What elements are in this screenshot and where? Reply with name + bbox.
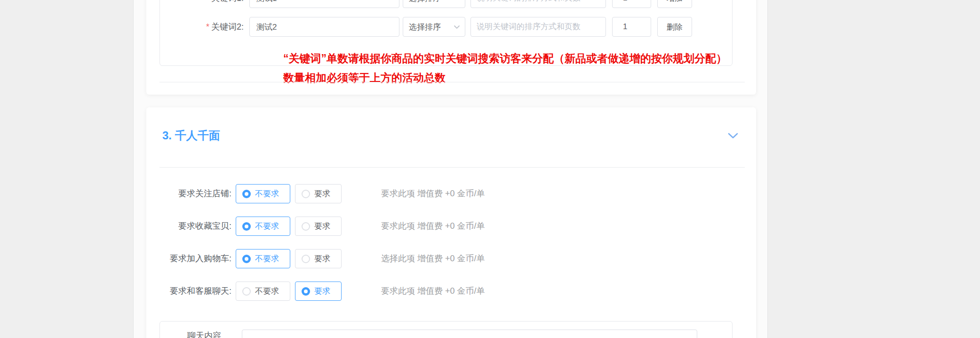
- radio-not-required[interactable]: 不要求: [236, 217, 290, 236]
- radio-label: 要求: [314, 188, 330, 199]
- radio-selected-icon: [302, 287, 310, 296]
- surcharge-note: 要求此项 增值费 +0 金币/单: [381, 217, 485, 236]
- keyword-1-label: *关键词1:: [190, 0, 244, 8]
- sort-select-value: 选择排序: [409, 0, 441, 4]
- follow-shop-row: 要求关注店铺: 不要求 要求 要求此项 增值费 +0 金币/单: [0, 184, 980, 203]
- radio-not-required[interactable]: 不要求: [236, 249, 290, 268]
- radio-required[interactable]: 要求: [295, 249, 342, 268]
- radio-selected-icon: [242, 190, 251, 198]
- keyword-2-sort-desc-input[interactable]: [470, 17, 606, 37]
- keyword-2-label: *关键词2:: [190, 17, 244, 37]
- warning-line-1: “关键词”单数请根据你商品的实时关键词搜索访客来分配（新品或者做递增的按你规划分…: [283, 49, 727, 68]
- radio-not-required[interactable]: 不要求: [236, 282, 290, 301]
- surcharge-note: 要求此项 增值费 +0 金币/单: [381, 184, 485, 203]
- radio-label: 要求: [314, 253, 330, 264]
- radio-label: 要求: [314, 286, 330, 297]
- keyword-2-sort-select[interactable]: 选择排序: [403, 17, 465, 37]
- required-asterisk: *: [206, 22, 209, 32]
- keyword-1-input[interactable]: [249, 0, 399, 8]
- chevron-down-icon: [454, 25, 460, 29]
- chevron-down-icon: [454, 0, 460, 0]
- add-to-cart-label: 要求加入购物车:: [141, 249, 231, 268]
- divider: [159, 167, 745, 168]
- delete-keyword-button[interactable]: 删除: [657, 17, 692, 37]
- radio-unselected-icon: [302, 190, 310, 198]
- radio-unselected-icon: [242, 287, 251, 296]
- keyword-1-sort-desc-input[interactable]: [470, 0, 606, 8]
- favorite-item-row: 要求收藏宝贝: 不要求 要求 要求此项 增值费 +0 金币/单: [0, 217, 980, 236]
- chat-content-label: 聊天内容: [187, 330, 221, 338]
- radio-label: 要求: [314, 221, 330, 232]
- required-asterisk: *: [206, 0, 209, 3]
- radio-label: 不要求: [255, 221, 279, 232]
- radio-required[interactable]: 要求: [295, 282, 342, 301]
- collapse-chevron-icon[interactable]: [727, 131, 739, 140]
- chat-service-row: 要求和客服聊天: 不要求 要求 要求此项 增值费 +0 金币/单: [0, 282, 980, 301]
- surcharge-note: 要求此项 增值费 +0 金币/单: [381, 282, 485, 301]
- sort-select-value: 选择排序: [409, 22, 441, 32]
- add-to-cart-row: 要求加入购物车: 不要求 要求 选择此项 增值费 +0 金币/单: [0, 249, 980, 268]
- chat-service-label: 要求和客服聊天:: [141, 282, 231, 301]
- radio-unselected-icon: [302, 222, 310, 231]
- surcharge-note: 选择此项 增值费 +0 金币/单: [381, 249, 485, 268]
- section-title: 3. 千人千面: [162, 128, 220, 143]
- add-keyword-button[interactable]: 增加: [657, 0, 692, 8]
- radio-unselected-icon: [302, 255, 310, 263]
- keyword-row-2: *关键词2: 选择排序 删除: [0, 17, 980, 37]
- keyword-2-count-input[interactable]: [612, 17, 651, 37]
- radio-label: 不要求: [255, 253, 279, 264]
- radio-not-required[interactable]: 不要求: [236, 184, 290, 203]
- keyword-row-1: *关键词1: 选择排序 增加: [0, 0, 980, 8]
- radio-required[interactable]: 要求: [295, 217, 342, 236]
- follow-shop-label: 要求关注店铺:: [141, 184, 231, 203]
- favorite-item-label: 要求收藏宝贝:: [141, 217, 231, 236]
- radio-label: 不要求: [255, 286, 279, 297]
- divider: [159, 82, 745, 82]
- warning-line-2: 数量相加必须等于上方的活动总数: [283, 68, 727, 88]
- radio-selected-icon: [242, 222, 251, 231]
- page: *关键词1: 选择排序 增加 *关键词2: 选择排序 删除 “关键词”单数请根: [0, 0, 980, 338]
- radio-required[interactable]: 要求: [295, 184, 342, 203]
- keyword-1-count-input[interactable]: [612, 0, 651, 8]
- keyword-2-input[interactable]: [249, 17, 399, 37]
- keyword-1-sort-select[interactable]: 选择排序: [403, 0, 465, 8]
- radio-selected-icon: [242, 255, 251, 263]
- chat-content-input[interactable]: [242, 330, 697, 338]
- radio-label: 不要求: [255, 188, 279, 199]
